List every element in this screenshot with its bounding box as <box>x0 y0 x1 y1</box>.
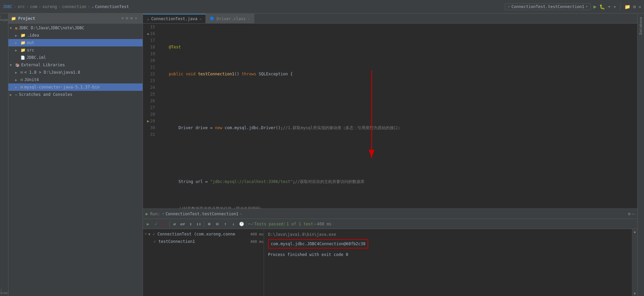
scroll-track <box>632 234 637 291</box>
run-settings-icon[interactable]: ⚙ <box>628 211 631 216</box>
close-window-button[interactable]: ✕ <box>639 4 641 9</box>
tree-item-out[interactable]: ▶ 📁 out <box>8 39 143 46</box>
run-stop-btn[interactable]: ⊙ <box>160 220 168 228</box>
tree-arrow-src: ▶ <box>15 48 19 52</box>
run-clock-btn[interactable]: 🕐 <box>238 220 245 228</box>
run-check-btn[interactable]: ✓ <box>152 220 160 228</box>
tab-close-connection-test[interactable]: ✕ <box>199 17 201 21</box>
gutter-28: 28 <box>143 111 156 118</box>
run-panel: ▶ Run: ⚡ ConnectionTest.testConnection1 … <box>143 209 637 296</box>
run-sort-btn[interactable]: ↕ <box>187 220 194 228</box>
tree-item-jdbc[interactable]: ▼ ▣ JDBC D:\Java\JDBC\note\JDBC <box>8 24 143 32</box>
run-output: D:\Java\java1.8\bin\java.exe com.mysql.j… <box>264 229 632 296</box>
breadcrumb-xurong[interactable]: xurong <box>42 4 57 9</box>
run-rerun-btn[interactable]: ⇄ <box>171 220 178 228</box>
file-manager-button[interactable]: 📁 <box>624 4 630 9</box>
gutter-30: 30 <box>143 124 156 131</box>
gutter-23: 23 <box>143 77 156 84</box>
maximize-button[interactable]: ⊞ <box>633 4 636 9</box>
run-collapse-btn[interactable]: ⊟ <box>214 220 221 228</box>
module-icon: ▣ <box>15 26 17 30</box>
run-up-btn[interactable]: ↑ <box>222 220 229 228</box>
run-tab-close[interactable]: ✕ <box>240 212 242 216</box>
project-panel: 📁 Project ⊙ ⊟ ⚙ ✕ ▼ ▣ JDBC D:\Java\JDBC\… <box>8 13 143 296</box>
test-time: 408 ms <box>250 239 264 244</box>
tree-arrow-out: ▶ <box>15 41 19 45</box>
gutter-22: 22 <box>143 71 156 77</box>
run-rerun-failed-btn[interactable]: ⇄✗ <box>179 220 186 228</box>
top-toolbar: JDBC › src › com › xurong › connection ›… <box>0 0 644 13</box>
java-file-icon: ☕ <box>147 17 149 21</box>
db-sidebar[interactable]: Database <box>637 13 644 296</box>
run-toolbar-sep-1 <box>169 221 169 227</box>
tab-bar: ☕ ConnectionTest.java ✕ 🔵 Driver.class ✕ <box>143 13 637 24</box>
breadcrumb-src[interactable]: src <box>17 4 25 9</box>
tab-connection-test[interactable]: ☕ ConnectionTest.java ✕ <box>143 14 206 23</box>
lib-icon-junit4: ⊞ <box>21 77 23 82</box>
tree-item-src[interactable]: ▶ 📁 src <box>8 46 143 54</box>
project-settings-icon[interactable]: ⚙ <box>130 16 133 21</box>
project-close-icon[interactable]: ✕ <box>135 16 137 21</box>
run-expand-btn[interactable]: ⊞ <box>205 220 213 228</box>
project-panel-title: Project <box>18 16 35 21</box>
more-run-button[interactable]: ▾ <box>613 4 616 9</box>
breadcrumb-jdbc[interactable]: JDBC <box>3 4 12 9</box>
run-config-selector[interactable]: ⚡ ConnectionTest.testConnection1 ▼ <box>505 3 591 10</box>
run-minimize-icon[interactable]: — <box>632 211 635 216</box>
run-down-btn[interactable]: ↓ <box>230 220 237 228</box>
run-label: Run: <box>150 212 160 216</box>
tree-item-scratches[interactable]: ▶ ✏ Scratches and Consoles <box>8 91 143 98</box>
coverage-button[interactable]: ☂ <box>608 4 610 9</box>
project-collapse-icon[interactable]: ⊟ <box>126 16 128 21</box>
run-toolbar-sep-2 <box>204 221 204 227</box>
project-tree: ▼ ▣ JDBC D:\Java\JDBC\note\JDBC ▶ 📁 .ide… <box>8 24 143 296</box>
tree-item-idea[interactable]: ▶ 📁 .idea <box>8 32 143 39</box>
run-sort2-btn[interactable]: ↕↕ <box>195 220 202 228</box>
sidebar-icon-structure[interactable]: 2:Struct <box>1 288 7 295</box>
suite-time: 408 ms <box>250 232 264 236</box>
tests-time: 408 ms <box>317 222 332 226</box>
scroll-up-btn[interactable]: ▲ <box>634 230 636 233</box>
project-panel-actions: ⊙ ⊟ ⚙ ✕ <box>119 13 140 24</box>
debug-button[interactable]: 🐛 <box>599 4 605 9</box>
lib-icon-mysql: ⊟ <box>21 85 23 89</box>
run-body: ⚡ ▼ ✓ ConnectionTest (com.xurong.conne 4… <box>143 229 637 296</box>
tree-item-junit4[interactable]: ▶ ⊞ JUnit4 <box>8 76 143 83</box>
tree-arrow-mysql: ▶ <box>15 85 19 89</box>
tree-item-iml[interactable]: ▶ 📄 JDBC.iml <box>8 54 143 61</box>
run-left-btns: ⚡ <box>143 230 149 237</box>
code-line-19 <box>159 151 635 158</box>
run-button[interactable]: ▶ <box>594 3 597 10</box>
tree-item-java18[interactable]: ▶ ⊞ < 1.8 > D:\Java\java1.8 <box>8 69 143 76</box>
tree-item-extlibs[interactable]: ▼ 📚 External Libraries <box>8 61 143 69</box>
project-icon: 📁 <box>11 16 16 21</box>
run-tab[interactable]: ⚡ ConnectionTest.testConnection1 ✕ <box>162 212 242 216</box>
run-tree-item-test1[interactable]: ✓ testConnection1 408 ms <box>143 238 264 245</box>
gutter-26: 26 <box>143 98 156 104</box>
output-exit: Process finished with exit code 0 <box>268 251 628 258</box>
run-left-icon[interactable]: ⚡ <box>144 232 148 236</box>
tree-arrow-extlibs: ▼ <box>10 63 14 67</box>
test-check-icon: ✓ <box>154 239 156 244</box>
lib-icon-java18: ⊞ <box>21 70 23 75</box>
run-scrollbar[interactable]: ▲ ▼ <box>632 229 637 296</box>
breadcrumb-connection[interactable]: connection <box>62 4 86 9</box>
run-tab-icon: ⚡ <box>162 212 164 216</box>
code-line-18: Driver drive = new com.mysql.jdbc.Driver… <box>159 124 635 131</box>
code-editor: 15 ▶16 17 18 19 20 21 22 23 24 25 26 27 … <box>143 24 637 209</box>
tree-item-mysql-connector[interactable]: ▶ ⊟ mysql-connector-java-5.1.37-bin <box>8 83 143 91</box>
toolbar-separator <box>620 3 620 10</box>
run-play-btn[interactable]: ▶ <box>144 220 152 228</box>
sidebar-icon-1[interactable]: 1:Project <box>1 15 7 22</box>
breadcrumb-com[interactable]: com <box>30 4 37 9</box>
gutter-19: 19 <box>143 50 156 57</box>
tests-passed-label: Tests passed: <box>254 222 286 226</box>
left-sidebar: 1:Project 2:Struct <box>0 13 8 296</box>
project-sync-icon[interactable]: ⊙ <box>121 16 124 21</box>
tab-close-driver-class[interactable]: ✕ <box>248 17 250 21</box>
gutter-21: 21 <box>143 64 156 71</box>
line-gutter: 15 ▶16 17 18 19 20 21 22 23 24 25 26 27 … <box>143 24 156 209</box>
tab-driver-class[interactable]: 🔵 Driver.class ✕ <box>206 14 254 23</box>
run-tree-item-suite[interactable]: ▼ ✓ ConnectionTest (com.xurong.conne 408… <box>143 230 264 238</box>
scroll-down-btn[interactable]: ▼ <box>634 292 636 295</box>
